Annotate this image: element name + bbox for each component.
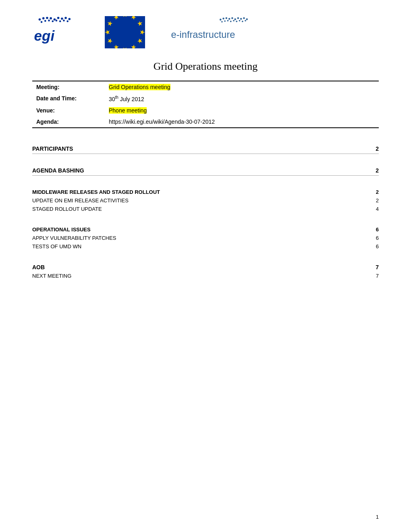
table-row: Agenda: https://wiki.egi.eu/wiki/Agenda-… (32, 116, 379, 128)
toc-item-agenda-bashing: AGENDA BASHING 2 (32, 166, 379, 176)
toc-item-middleware: MIDDLEWARE RELEASES AND STAGED ROLLOUT 2 (32, 188, 379, 196)
svg-point-9 (41, 21, 43, 23)
page-container: egi (0, 0, 411, 532)
toc-number-operational: 6 (371, 227, 379, 233)
toc-item-participants: PARTICIPANTS 2 (32, 144, 379, 154)
svg-text:egi: egi (34, 28, 55, 44)
svg-point-34 (228, 18, 230, 20)
svg-point-1 (42, 17, 45, 20)
egi-logo-icon: egi (32, 16, 81, 48)
svg-point-44 (230, 21, 232, 22)
label-meeting: Meeting: (32, 81, 105, 93)
svg-point-15 (63, 20, 65, 22)
svg-point-41 (221, 21, 223, 23)
toc-number-participants: 2 (371, 145, 379, 152)
svg-rect-18 (105, 16, 145, 48)
toc-label-umd-wn: TESTS OF UMD WN (32, 243, 371, 249)
svg-point-33 (226, 17, 228, 19)
toc-number-next-meeting: 7 (371, 273, 379, 279)
svg-point-38 (240, 18, 242, 20)
svg-point-12 (52, 20, 54, 22)
svg-point-11 (48, 20, 50, 22)
table-row: Date and Time: 30th July 2012 (32, 93, 379, 105)
toc-item-umd-wn: TESTS OF UMD WN 6 (32, 242, 379, 251)
toc-number-umd-wn: 6 (371, 243, 379, 249)
svg-point-46 (236, 21, 237, 22)
page-title: Grid Operations meeting (32, 60, 379, 73)
toc-section-aob: AOB 7 NEXT MEETING 7 (32, 263, 379, 280)
svg-point-13 (56, 20, 58, 22)
toc-item-operational: OPERATIONAL ISSUES 6 (32, 225, 379, 234)
svg-point-5 (57, 17, 60, 19)
svg-point-49 (245, 20, 246, 22)
svg-point-31 (220, 19, 222, 21)
toc-label-staged-rollout: STAGED ROLLOUT UPDATE (32, 206, 371, 212)
toc-label-next-meeting: NEXT MEETING (32, 273, 371, 279)
toc-label-middleware: MIDDLEWARE RELEASES AND STAGED ROLLOUT (32, 189, 371, 195)
svg-point-7 (64, 17, 67, 19)
toc-number-staged-rollout: 4 (371, 206, 379, 212)
svg-point-37 (237, 17, 239, 19)
page-number: 1 (376, 514, 379, 520)
toc-number-vulnerability: 6 (371, 235, 379, 241)
svg-point-6 (61, 18, 63, 20)
svg-point-14 (59, 20, 61, 22)
svg-point-48 (242, 21, 243, 22)
label-venue: Venue: (32, 105, 105, 116)
label-date: Date and Time: (32, 93, 105, 105)
svg-point-43 (227, 20, 229, 22)
svg-point-4 (54, 18, 56, 21)
label-agenda: Agenda: (32, 116, 105, 128)
toc-number-aob: 7 (371, 264, 379, 270)
toc-label-emi: UPDATE ON EMI RELEASE ACTIVITIES (32, 197, 371, 204)
toc-label-operational: OPERATIONAL ISSUES (32, 227, 371, 233)
svg-point-32 (222, 18, 224, 20)
svg-point-35 (231, 17, 233, 19)
value-meeting: Grid Operations meeting (105, 81, 379, 93)
value-venue: Phone meeting (105, 105, 379, 116)
toc-section-operational: OPERATIONAL ISSUES 6 APPLY VULNERABILITY… (32, 225, 379, 251)
svg-point-47 (239, 20, 241, 22)
toc-number-emi: 2 (371, 197, 379, 204)
toc-number-middleware: 2 (371, 189, 379, 195)
value-date: 30th July 2012 (105, 93, 379, 105)
toc-label-vulnerability: APPLY VULNERABILITY PATCHES (32, 235, 371, 241)
toc-item-aob: AOB 7 (32, 263, 379, 272)
toc-label-participants: PARTICIPANTS (32, 145, 371, 152)
toc-section-middleware: MIDDLEWARE RELEASES AND STAGED ROLLOUT 2… (32, 188, 379, 213)
table-of-contents: PARTICIPANTS 2 AGENDA BASHING 2 MIDDLEWA… (32, 144, 379, 280)
toc-item-staged-rollout: STAGED ROLLOUT UPDATE 4 (32, 205, 379, 213)
svg-point-2 (46, 17, 48, 19)
toc-section-agenda-bashing: AGENDA BASHING 2 (32, 166, 379, 176)
einfra-logo-icon: e-infrastructure (169, 16, 250, 48)
toc-label-aob: AOB (32, 264, 371, 270)
toc-label-agenda-bashing: AGENDA BASHING (32, 167, 371, 174)
svg-point-0 (39, 18, 41, 21)
info-table: Meeting: Grid Operations meeting Date an… (32, 81, 379, 128)
toc-item-vulnerability: APPLY VULNERABILITY PATCHES 6 (32, 234, 379, 242)
svg-point-42 (224, 20, 226, 22)
toc-item-next-meeting: NEXT MEETING 7 (32, 272, 379, 280)
svg-point-45 (233, 20, 235, 22)
svg-point-39 (243, 17, 245, 19)
svg-point-40 (246, 18, 248, 20)
svg-point-16 (66, 20, 68, 22)
svg-point-36 (234, 18, 236, 20)
svg-point-8 (68, 18, 71, 20)
table-row: Meeting: Grid Operations meeting (32, 81, 379, 93)
header-logos: egi (32, 16, 379, 48)
svg-point-3 (50, 17, 52, 20)
eu-logo-icon (105, 16, 145, 48)
toc-section-participants: PARTICIPANTS 2 (32, 144, 379, 154)
toc-number-agenda-bashing: 2 (371, 167, 379, 174)
toc-item-emi: UPDATE ON EMI RELEASE ACTIVITIES 2 (32, 196, 379, 205)
svg-point-10 (44, 20, 46, 22)
svg-text:e-infrastructure: e-infrastructure (171, 29, 235, 40)
value-agenda: https://wiki.egi.eu/wiki/Agenda-30-07-20… (105, 116, 379, 128)
table-row: Venue: Phone meeting (32, 105, 379, 116)
